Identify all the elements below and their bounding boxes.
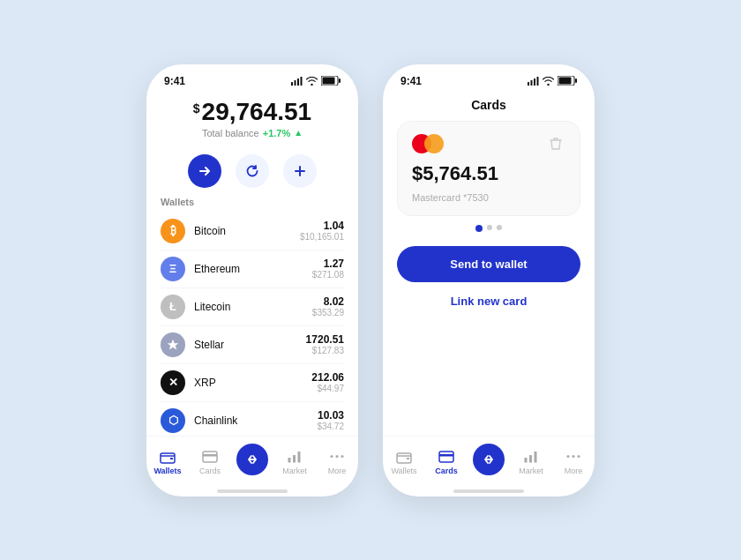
balance-amount-value: 29,764.51 (202, 98, 312, 126)
wallet-item-xrp[interactable]: ✕ XRP 212.06 $44.97 (161, 364, 344, 402)
svg-rect-6 (339, 78, 341, 83)
svg-rect-9 (203, 452, 217, 462)
svg-rect-2 (297, 78, 299, 86)
litecoin-usd: $353.29 (312, 308, 344, 317)
wallet-item-litecoin[interactable]: Ł Litecoin 8.02 $353.29 (161, 288, 344, 326)
wallets-label: Wallets (146, 197, 358, 213)
cards-page-title: Cards (383, 91, 595, 121)
status-bar-right: 9:41 (383, 64, 595, 91)
balance-section: $ 29,764.51 Total balance +1.7% ▲ (146, 91, 358, 149)
transfer-icon-left (244, 452, 260, 467)
svg-point-32 (573, 455, 575, 458)
dollar-sign: $ (193, 101, 200, 116)
action-buttons (146, 149, 358, 197)
phone-right: 9:41 Ca (383, 64, 595, 497)
link-new-card-button[interactable]: Link new card (397, 295, 580, 308)
add-button[interactable] (283, 154, 317, 188)
send-button[interactable] (188, 154, 221, 188)
wifi-icon-right (543, 77, 554, 86)
stellar-icon (161, 332, 185, 357)
svg-rect-11 (288, 458, 291, 463)
wallet-item-ethereum[interactable]: Ξ Ethereum 1.27 $271.08 (161, 250, 344, 288)
nav-market-right[interactable]: Market (510, 449, 552, 475)
card-number: Mastercard *7530 (412, 192, 565, 203)
send-to-wallet-button[interactable]: Send to wallet (397, 246, 580, 282)
status-time-left: 9:41 (164, 75, 185, 87)
cards-spacer (383, 315, 595, 436)
svg-rect-28 (525, 458, 528, 463)
market-nav-label-left: Market (282, 467, 307, 475)
mastercard-logo (412, 134, 444, 153)
svg-rect-26 (439, 452, 453, 462)
nav-wallets-left[interactable]: Wallets (146, 449, 189, 475)
svg-rect-5 (323, 78, 335, 85)
nav-cards-right[interactable]: Cards (425, 449, 468, 475)
wallets-nav-icon-right (395, 449, 413, 465)
svg-rect-20 (537, 77, 539, 86)
svg-rect-0 (291, 82, 293, 86)
arrow-right-icon (198, 164, 212, 178)
litecoin-amount: 8.02 (312, 295, 344, 308)
svg-point-31 (567, 455, 570, 458)
ethereum-amount: 1.27 (312, 258, 344, 270)
chainlink-amount: 10.03 (317, 409, 344, 422)
svg-point-15 (336, 455, 339, 458)
bottom-nav-right: Wallets Cards (383, 436, 595, 489)
signal-icon (291, 77, 303, 86)
cards-nav-label-left: Cards (199, 467, 221, 475)
svg-rect-1 (295, 80, 296, 86)
transfer-btn-left[interactable] (236, 444, 268, 475)
svg-rect-18 (531, 80, 533, 86)
home-indicator-right (453, 489, 524, 493)
mc-yellow-circle (424, 134, 444, 153)
chainlink-name: Chainlink (194, 414, 317, 427)
stellar-name: Stellar (194, 339, 306, 351)
nav-transfer-right[interactable] (468, 444, 510, 475)
xrp-amounts: 212.06 $44.97 (311, 371, 344, 393)
dot-2 (487, 225, 492, 230)
market-nav-icon-right (522, 449, 540, 465)
svg-rect-13 (298, 452, 301, 463)
phone-left: 9:41 (146, 64, 358, 497)
svg-rect-27 (439, 454, 453, 457)
refresh-icon (245, 164, 259, 178)
wallet-item-stellar[interactable]: Stellar 1720.51 $127.83 (161, 326, 344, 364)
stellar-usd: $127.83 (306, 346, 344, 355)
wallet-item-bitcoin[interactable]: ₿ Bitcoin 1.04 $10,165.01 (161, 213, 344, 250)
nav-cards-left[interactable]: Cards (189, 449, 231, 475)
ethereum-name: Ethereum (194, 263, 312, 275)
chainlink-usd: $34.72 (317, 422, 344, 431)
nav-more-right[interactable]: More (552, 449, 595, 475)
ethereum-usd: $271.08 (312, 270, 344, 280)
battery-icon (321, 76, 341, 86)
market-nav-icon-left (286, 449, 303, 465)
more-nav-icon-left (328, 449, 346, 465)
wallet-item-chainlink[interactable]: ⬡ Chainlink 10.03 $34.72 (161, 402, 344, 436)
delete-card-button[interactable] (546, 134, 565, 153)
bitcoin-amounts: 1.04 $10,165.01 (300, 220, 344, 242)
nav-wallets-right[interactable]: Wallets (383, 449, 425, 475)
card-top-row (412, 134, 565, 153)
refresh-button[interactable] (236, 154, 269, 188)
bitcoin-amount: 1.04 (300, 220, 344, 232)
transfer-btn-right[interactable] (473, 444, 505, 475)
status-time-right: 9:41 (400, 75, 422, 87)
nav-more-left[interactable]: More (316, 449, 358, 475)
battery-icon-right (558, 76, 577, 86)
nav-market-left[interactable]: Market (273, 449, 316, 475)
nav-transfer-left[interactable] (231, 444, 273, 475)
xrp-amount: 212.06 (311, 371, 344, 384)
wallets-nav-label-right: Wallets (391, 467, 416, 475)
dot-1 (475, 225, 483, 232)
svg-rect-30 (535, 452, 537, 463)
wallets-nav-icon (159, 449, 176, 465)
svg-rect-10 (203, 454, 217, 457)
svg-rect-29 (529, 455, 532, 463)
market-nav-label-right: Market (519, 467, 543, 475)
trash-icon-svg (550, 137, 562, 151)
svg-rect-22 (559, 78, 572, 85)
status-icons-right (528, 76, 577, 86)
svg-point-33 (578, 455, 580, 458)
chainlink-icon: ⬡ (161, 408, 185, 433)
litecoin-amounts: 8.02 $353.29 (312, 295, 344, 317)
